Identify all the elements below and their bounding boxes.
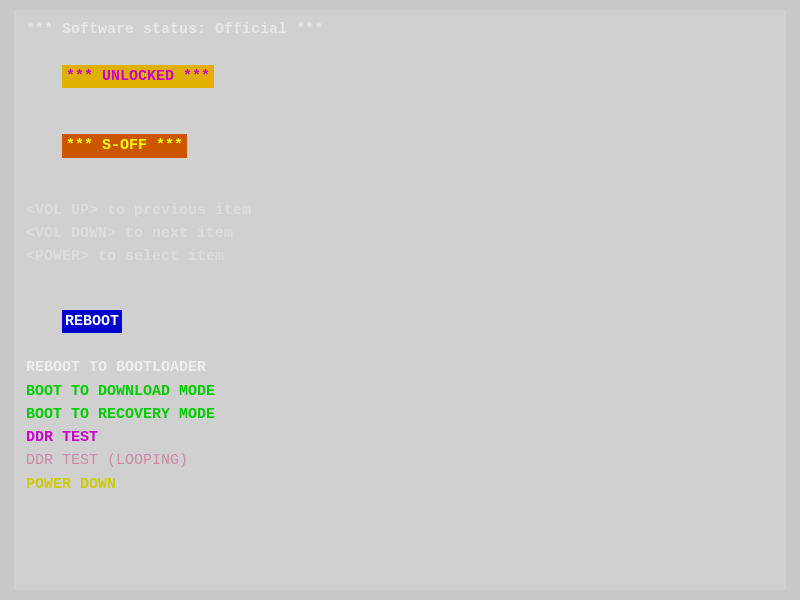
- unlocked-status: *** UNLOCKED ***: [26, 41, 774, 111]
- reboot-label: REBOOT: [62, 310, 122, 333]
- menu-item-ddr-test[interactable]: DDR TEST: [26, 426, 774, 449]
- instruction-vol-up: <VOL UP> to previous item: [26, 199, 774, 222]
- bootloader-screen: *** Software status: Official *** *** UN…: [14, 10, 786, 590]
- soff-badge: *** S-OFF ***: [62, 134, 187, 157]
- spacer-2: [26, 269, 774, 287]
- software-status: *** Software status: Official ***: [26, 18, 774, 41]
- menu-item-reboot-bootloader[interactable]: REBOOT TO BOOTLOADER: [26, 356, 774, 379]
- menu-item-boot-download[interactable]: BOOT TO DOWNLOAD MODE: [26, 380, 774, 403]
- menu-item-power-down[interactable]: POWER DOWN: [26, 473, 774, 496]
- instruction-vol-down: <VOL DOWN> to next item: [26, 222, 774, 245]
- instruction-power: <POWER> to select item: [26, 245, 774, 268]
- soff-status: *** S-OFF ***: [26, 111, 774, 181]
- menu-item-reboot[interactable]: REBOOT: [26, 287, 774, 357]
- menu-item-ddr-test-looping[interactable]: DDR TEST (LOOPING): [26, 449, 774, 472]
- menu-item-boot-recovery[interactable]: BOOT TO RECOVERY MODE: [26, 403, 774, 426]
- spacer-1: [26, 181, 774, 199]
- unlocked-badge: *** UNLOCKED ***: [62, 65, 214, 88]
